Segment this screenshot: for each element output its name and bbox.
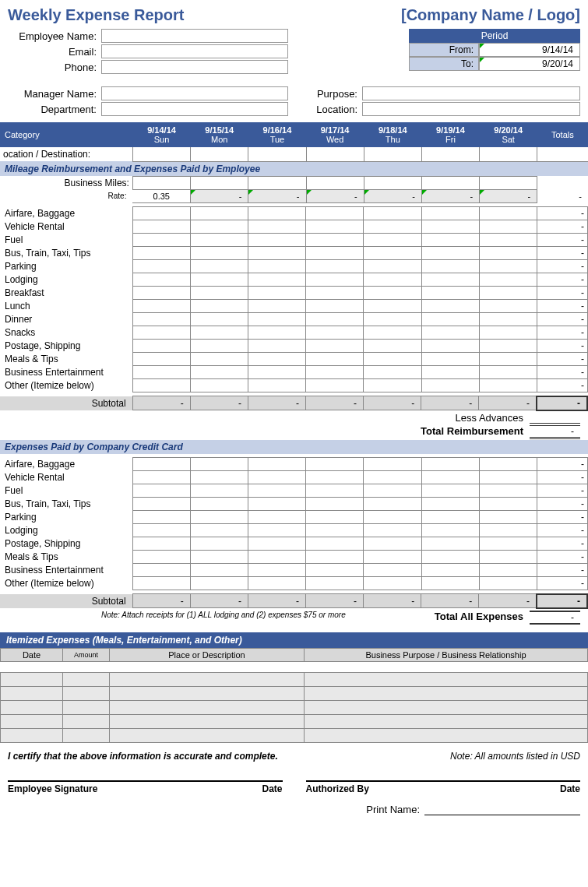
expense-cell[interactable] (479, 523, 537, 537)
expense-cell[interactable] (248, 286, 306, 299)
expense-cell[interactable] (421, 233, 479, 246)
expense-cell[interactable] (364, 365, 421, 378)
expense-cell[interactable] (190, 220, 248, 233)
expense-cell[interactable] (132, 576, 190, 590)
expense-cell[interactable] (421, 352, 479, 365)
expense-cell[interactable] (132, 312, 190, 326)
expense-cell[interactable] (190, 550, 248, 563)
expense-cell[interactable] (190, 299, 248, 312)
expense-cell[interactable] (364, 352, 421, 365)
expense-cell[interactable] (421, 220, 479, 233)
itemized-row[interactable] (1, 714, 588, 728)
expense-cell[interactable] (479, 510, 537, 523)
expense-cell[interactable] (479, 497, 537, 510)
expense-cell[interactable] (479, 299, 537, 312)
expense-cell[interactable] (132, 339, 190, 352)
expense-cell[interactable] (248, 365, 306, 378)
expense-cell[interactable] (364, 259, 421, 273)
expense-cell[interactable] (364, 497, 421, 510)
expense-cell[interactable] (306, 286, 364, 299)
expense-cell[interactable] (248, 233, 306, 246)
expense-cell[interactable] (248, 470, 306, 484)
expense-cell[interactable] (421, 273, 479, 286)
expense-cell[interactable] (248, 259, 306, 273)
expense-cell[interactable] (421, 523, 479, 537)
expense-cell[interactable] (132, 563, 190, 576)
itemized-row[interactable] (1, 700, 588, 714)
expense-cell[interactable] (248, 537, 306, 550)
expense-cell[interactable] (421, 365, 479, 378)
expense-cell[interactable] (421, 576, 479, 590)
expense-cell[interactable] (479, 563, 537, 576)
expense-cell[interactable] (132, 365, 190, 378)
authorized-by-line[interactable]: Authorized By Date (306, 780, 581, 794)
expense-cell[interactable] (306, 352, 364, 365)
expense-cell[interactable] (306, 510, 364, 523)
expense-cell[interactable] (479, 484, 537, 497)
expense-cell[interactable] (132, 497, 190, 510)
expense-cell[interactable] (421, 246, 479, 259)
loc-cell[interactable] (421, 147, 479, 161)
expense-cell[interactable] (132, 457, 190, 470)
expense-cell[interactable] (306, 365, 364, 378)
expense-cell[interactable] (364, 286, 421, 299)
expense-cell[interactable] (306, 484, 364, 497)
expense-cell[interactable] (132, 523, 190, 537)
itemized-row[interactable] (1, 672, 588, 686)
cell[interactable] (191, 176, 248, 189)
expense-cell[interactable] (190, 457, 248, 470)
expense-cell[interactable] (132, 206, 190, 220)
expense-cell[interactable] (190, 576, 248, 590)
expense-cell[interactable] (306, 497, 364, 510)
expense-cell[interactable] (421, 326, 479, 339)
expense-cell[interactable] (132, 259, 190, 273)
manager-input[interactable] (101, 86, 288, 100)
expense-cell[interactable] (306, 563, 364, 576)
phone-input[interactable] (101, 60, 288, 74)
expense-cell[interactable] (190, 523, 248, 537)
loc-cell[interactable] (132, 147, 190, 161)
expense-cell[interactable] (190, 537, 248, 550)
expense-cell[interactable] (248, 339, 306, 352)
expense-cell[interactable] (364, 299, 421, 312)
department-input[interactable] (101, 102, 288, 116)
expense-cell[interactable] (248, 246, 306, 259)
expense-cell[interactable] (364, 510, 421, 523)
loc-cell[interactable] (248, 147, 306, 161)
itemized-row[interactable] (1, 686, 588, 700)
expense-cell[interactable] (132, 352, 190, 365)
expense-cell[interactable] (364, 550, 421, 563)
employee-signature-line[interactable]: Employee Signature Date (8, 780, 283, 794)
less-advances-value[interactable] (530, 412, 580, 424)
expense-cell[interactable] (190, 273, 248, 286)
expense-cell[interactable] (479, 206, 537, 220)
expense-cell[interactable] (306, 457, 364, 470)
expense-cell[interactable] (479, 233, 537, 246)
expense-cell[interactable] (364, 457, 421, 470)
expense-cell[interactable] (479, 550, 537, 563)
expense-cell[interactable] (248, 326, 306, 339)
cell[interactable] (480, 176, 537, 189)
expense-cell[interactable] (190, 286, 248, 299)
expense-cell[interactable] (364, 339, 421, 352)
expense-cell[interactable] (190, 563, 248, 576)
expense-cell[interactable] (421, 312, 479, 326)
employee-name-input[interactable] (101, 29, 288, 43)
expense-cell[interactable] (132, 510, 190, 523)
expense-cell[interactable] (306, 259, 364, 273)
expense-cell[interactable] (132, 326, 190, 339)
expense-cell[interactable] (306, 273, 364, 286)
expense-cell[interactable] (364, 273, 421, 286)
expense-cell[interactable] (190, 497, 248, 510)
expense-cell[interactable] (306, 550, 364, 563)
expense-cell[interactable] (364, 206, 421, 220)
rate-value[interactable]: 0.35 (132, 189, 190, 202)
expense-cell[interactable] (421, 497, 479, 510)
expense-cell[interactable] (364, 523, 421, 537)
loc-cell[interactable] (364, 147, 421, 161)
expense-cell[interactable] (479, 326, 537, 339)
expense-cell[interactable] (421, 537, 479, 550)
expense-cell[interactable] (190, 365, 248, 378)
period-from-value[interactable]: 9/14/14 (479, 43, 580, 57)
expense-cell[interactable] (132, 299, 190, 312)
